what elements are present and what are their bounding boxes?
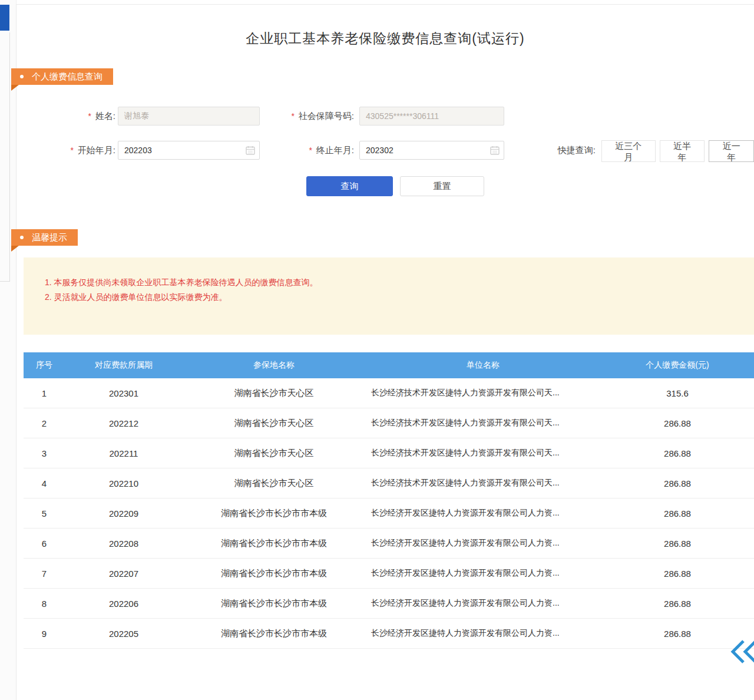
payment-table: 序号对应费款所属期参保地名称单位名称个人缴费金额(元) 1 202301 湖南省… [24,352,754,649]
cell-index: 8 [24,589,65,619]
required-mark: * [309,146,312,155]
badge-fold-corner [11,246,19,252]
calendar-icon[interactable] [246,146,255,155]
cell-index: 7 [24,559,65,589]
cell-period: 202205 [65,619,183,649]
table-header-cell: 对应费款所属期 [65,352,183,378]
cell-company: 长沙经济开发区捷特人力资源开发有限公司人力资... [365,498,601,529]
notice-box: 1. 本服务仅提供尚未领取企业职工基本养老保险待遇人员的缴费信息查询。2. 灵活… [24,257,754,335]
cell-amount: 286.88 [601,589,754,619]
cell-company: 长沙经济开发区捷特人力资源开发有限公司人力资... [365,619,601,649]
table-body: 1 202301 湖南省长沙市天心区 长沙经济技术开发区捷特人力资源开发有限公司… [24,378,754,649]
table-row: 9 202205 湖南省长沙市长沙市市本级 长沙经济开发区捷特人力资源开发有限公… [24,619,754,649]
table-header-cell: 个人缴费金额(元) [601,352,754,378]
section-badge-label: 个人缴费信息查询 [32,71,102,82]
cell-period: 202301 [65,378,183,408]
required-mark: * [88,111,91,121]
cell-period: 202207 [65,559,183,589]
left-rail [0,0,16,700]
cell-period: 202209 [65,498,183,529]
sidebar-collapsed-tab[interactable] [0,5,9,31]
ssn-label: *社会保障号码: [264,107,354,126]
cell-amount: 315.6 [601,378,754,408]
cell-company: 长沙经济技术开发区捷特人力资源开发有限公司天... [365,378,601,408]
cell-region: 湖南省长沙市长沙市市本级 [183,498,365,529]
cell-period: 202210 [65,468,183,498]
section-badge-tips: 温馨提示 [11,229,78,246]
cell-company: 长沙经济技术开发区捷特人力资源开发有限公司天... [365,438,601,468]
cell-period: 202206 [65,589,183,619]
end-date-input[interactable] [359,141,504,160]
table-row: 6 202208 湖南省长沙市长沙市市本级 长沙经济开发区捷特人力资源开发有限公… [24,529,754,559]
end-date-field-wrap [359,141,504,160]
table-header-row: 序号对应费款所属期参保地名称单位名称个人缴费金额(元) [24,352,754,378]
end-date-label: *终止年月: [264,141,354,160]
reset-button[interactable]: 重置 [400,176,484,196]
collapsed-sidebar-divider [9,32,10,282]
badge-fold-corner [11,85,19,91]
notice-line: 2. 灵活就业人员的缴费单位信息以实际缴费为准。 [45,290,754,305]
cell-region: 湖南省长沙市长沙市市本级 [183,529,365,559]
table-row: 4 202210 湖南省长沙市天心区 长沙经济技术开发区捷特人力资源开发有限公司… [24,468,754,498]
query-button[interactable]: 查询 [306,176,393,196]
cell-amount: 286.88 [601,438,754,468]
double-chevron-left-icon[interactable] [730,639,754,665]
table-header-cell: 序号 [24,352,65,378]
table-header-cell: 单位名称 [365,352,601,378]
ssn-field-wrap [359,107,504,126]
cell-region: 湖南省长沙市天心区 [183,438,365,468]
table-row: 1 202301 湖南省长沙市天心区 长沙经济技术开发区捷特人力资源开发有限公司… [24,378,754,408]
cell-region: 湖南省长沙市长沙市市本级 [183,619,365,649]
notice-line: 1. 本服务仅提供尚未领取企业职工基本养老保险待遇人员的缴费信息查询。 [45,275,754,290]
bullet-icon [20,75,24,78]
cell-index: 3 [24,438,65,468]
quick-query-button[interactable]: 近三个月 [601,140,656,162]
cell-index: 5 [24,498,65,529]
name-field-wrap [118,107,260,126]
cell-amount: 286.88 [601,529,754,559]
table-row: 3 202211 湖南省长沙市天心区 长沙经济技术开发区捷特人力资源开发有限公司… [24,438,754,468]
cell-index: 1 [24,378,65,408]
cell-index: 4 [24,468,65,498]
cell-index: 2 [24,408,65,438]
required-mark: * [70,146,73,155]
quick-query-group: 近三个月近半年近一年 [601,140,754,162]
cell-period: 202211 [65,438,183,468]
bullet-icon [20,236,24,239]
ssn-input[interactable] [359,107,504,126]
cell-region: 湖南省长沙市天心区 [183,378,365,408]
cell-company: 长沙经济技术开发区捷特人力资源开发有限公司天... [365,468,601,498]
calendar-icon[interactable] [490,146,500,155]
cell-index: 9 [24,619,65,649]
table-row: 2 202212 湖南省长沙市天心区 长沙经济技术开发区捷特人力资源开发有限公司… [24,408,754,438]
quick-query-label: 快捷查询: [535,141,596,160]
main-panel: 企业职工基本养老保险缴费信息查询(试运行) 个人缴费信息查询 *姓名: *社会保… [16,4,754,700]
table-row: 5 202209 湖南省长沙市长沙市市本级 长沙经济开发区捷特人力资源开发有限公… [24,498,754,529]
table-header-cell: 参保地名称 [183,352,365,378]
cell-company: 长沙经济开发区捷特人力资源开发有限公司人力资... [365,589,601,619]
cell-amount: 286.88 [601,468,754,498]
cell-region: 湖南省长沙市天心区 [183,408,365,438]
section-badge-label: 温馨提示 [32,232,67,243]
start-date-label: *开始年月: [40,141,115,160]
cell-amount: 286.88 [601,559,754,589]
cell-region: 湖南省长沙市天心区 [183,468,365,498]
name-input[interactable] [118,107,260,126]
section-badge-personal-query: 个人缴费信息查询 [11,68,113,85]
cell-index: 6 [24,529,65,559]
name-label: *姓名: [40,107,115,126]
cell-period: 202212 [65,408,183,438]
cell-amount: 286.88 [601,408,754,438]
quick-query-button[interactable]: 近一年 [709,140,754,162]
table-row: 8 202206 湖南省长沙市长沙市市本级 长沙经济开发区捷特人力资源开发有限公… [24,589,754,619]
cell-region: 湖南省长沙市长沙市市本级 [183,559,365,589]
quick-query-button[interactable]: 近半年 [660,140,705,162]
cell-company: 长沙经济技术开发区捷特人力资源开发有限公司天... [365,408,601,438]
cell-period: 202208 [65,529,183,559]
cell-region: 湖南省长沙市长沙市市本级 [183,589,365,619]
table-row: 7 202207 湖南省长沙市长沙市市本级 长沙经济开发区捷特人力资源开发有限公… [24,559,754,589]
start-date-input[interactable] [118,141,260,160]
cell-company: 长沙经济开发区捷特人力资源开发有限公司人力资... [365,529,601,559]
page-title: 企业职工基本养老保险缴费信息查询(试运行) [16,29,754,48]
required-mark: * [291,111,294,121]
